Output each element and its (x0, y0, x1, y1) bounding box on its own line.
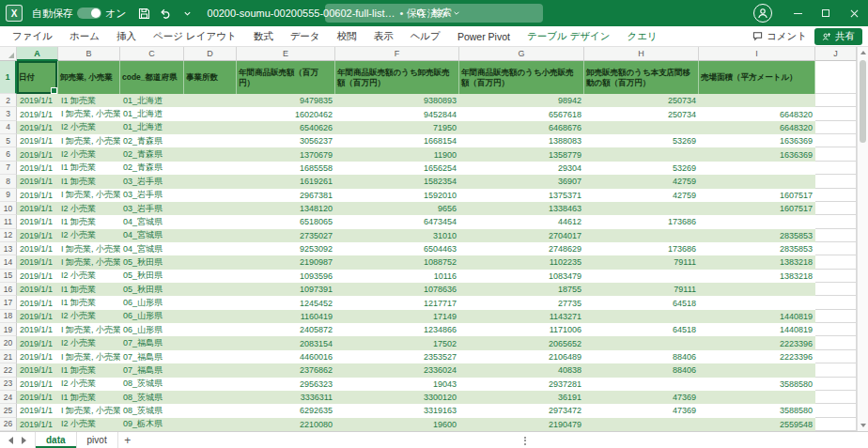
cell-h22[interactable]: 88406 (584, 363, 699, 377)
cell-b5[interactable]: I 卸売業, 小売業 (58, 134, 120, 147)
cell-i12[interactable]: 2835853 (699, 229, 815, 242)
cell-f15[interactable]: 10116 (335, 270, 459, 283)
cell-h26[interactable] (584, 418, 699, 431)
cell-a23[interactable]: 2019/1/1 (17, 378, 58, 391)
cell-c5[interactable]: 02_青森県 (120, 134, 184, 147)
cell-g11[interactable]: 44612 (459, 215, 584, 228)
sheet-tab-data[interactable]: data (35, 432, 77, 448)
ribbon-tab-11[interactable]: クエリ (619, 26, 666, 46)
save-icon[interactable] (138, 7, 151, 20)
column-header-g[interactable]: G (459, 47, 584, 61)
prev-sheet-arrow-icon[interactable] (8, 437, 13, 444)
cell-f8[interactable]: 1582354 (335, 175, 459, 188)
cell-e22[interactable]: 2376862 (237, 363, 335, 377)
add-sheet-button[interactable]: + (118, 432, 137, 448)
cell-j22[interactable] (815, 363, 857, 377)
cell-i26[interactable]: 2559548 (699, 418, 815, 431)
cell-a2[interactable]: 2019/1/1 (17, 94, 58, 107)
autosave-toggle[interactable]: 自動保存 オン (32, 7, 127, 21)
cell-f2[interactable]: 9380893 (335, 94, 459, 107)
cell-f14[interactable]: 1088752 (335, 255, 459, 269)
cell-f19[interactable]: 1234866 (335, 323, 459, 336)
cell-g16[interactable]: 18755 (459, 283, 584, 296)
cell-g22[interactable]: 40838 (459, 363, 584, 377)
cell-e8[interactable]: 1619261 (237, 175, 335, 188)
cell-i16[interactable] (699, 283, 815, 296)
ribbon-tab-3[interactable]: ページ レイアウト (145, 26, 245, 46)
undo-icon[interactable] (160, 7, 173, 20)
cell-g5[interactable]: 1388083 (459, 134, 584, 147)
cell-c8[interactable]: 03_岩手県 (120, 175, 184, 188)
cell-j10[interactable] (815, 202, 857, 215)
comments-button[interactable]: コメント (752, 30, 807, 43)
cell-e3[interactable]: 16020462 (237, 107, 335, 120)
cell-d8[interactable] (184, 175, 237, 188)
cell-a13[interactable]: 2019/1/1 (17, 242, 58, 255)
cell-f11[interactable]: 6473454 (335, 215, 459, 228)
row-header-9[interactable]: 9 (0, 189, 17, 202)
cell-j15[interactable] (815, 270, 857, 283)
cell-d16[interactable] (184, 283, 237, 296)
cell-e4[interactable]: 6540626 (237, 121, 335, 134)
ribbon-tab-9[interactable]: Power Pivot (449, 26, 519, 46)
cell-b3[interactable]: I 卸売業, 小売業 (58, 107, 120, 120)
cell-a25[interactable]: 2019/1/1 (17, 404, 58, 417)
select-all-corner[interactable] (0, 47, 17, 61)
cell-b19[interactable]: I 卸売業, 小売業 (58, 323, 120, 336)
cell-a18[interactable]: 2019/1/1 (17, 310, 58, 323)
cell-b21[interactable]: I 卸売業, 小売業 (58, 350, 120, 363)
cell-b18[interactable]: I2 小売業 (58, 310, 120, 323)
row-header-13[interactable]: 13 (0, 242, 17, 255)
ribbon-tab-1[interactable]: ホーム (61, 26, 108, 46)
row-header-25[interactable]: 25 (0, 404, 17, 417)
scroll-up-arrow-icon[interactable] (858, 47, 868, 58)
cell-h23[interactable] (584, 378, 699, 391)
cell-d18[interactable] (184, 310, 237, 323)
cell-j9[interactable] (815, 189, 857, 202)
cell-b1[interactable]: 卸売業, 小売業 (58, 61, 120, 94)
cell-e2[interactable]: 9479835 (237, 94, 335, 107)
cell-e13[interactable]: 9253092 (237, 242, 335, 255)
cell-c10[interactable]: 03_岩手県 (120, 202, 184, 215)
cell-a21[interactable]: 2019/1/1 (17, 350, 58, 363)
vertical-scrollbar-thumb[interactable] (860, 60, 866, 143)
cell-c3[interactable]: 01_北海道 (120, 107, 184, 120)
cell-b2[interactable]: I1 卸売業 (58, 94, 120, 107)
row-header-26[interactable]: 26 (0, 418, 17, 431)
cell-a15[interactable]: 2019/1/1 (17, 270, 58, 283)
row-header-17[interactable]: 17 (0, 296, 17, 309)
row-header-1[interactable]: 1 (0, 61, 17, 94)
cell-b6[interactable]: I2 小売業 (58, 147, 120, 161)
cell-g10[interactable]: 1338463 (459, 202, 584, 215)
cell-d20[interactable] (184, 336, 237, 349)
excel-app-icon[interactable]: X (6, 5, 23, 22)
cell-e7[interactable]: 1685558 (237, 162, 335, 175)
cell-a11[interactable]: 2019/1/1 (17, 215, 58, 228)
cell-i21[interactable]: 2223396 (699, 350, 815, 363)
more-options-icon[interactable] (519, 432, 532, 448)
row-header-8[interactable]: 8 (0, 175, 17, 188)
cell-a20[interactable]: 2019/1/1 (17, 336, 58, 349)
cell-i1[interactable]: 売場面積（平方メートル） (699, 61, 815, 94)
cell-a14[interactable]: 2019/1/1 (17, 255, 58, 269)
cell-j21[interactable] (815, 350, 857, 363)
ribbon-tab-8[interactable]: ヘルプ (402, 26, 449, 46)
cell-c20[interactable]: 07_福島県 (120, 336, 184, 349)
cell-d23[interactable] (184, 378, 237, 391)
row-header-4[interactable]: 4 (0, 121, 17, 134)
cell-j26[interactable] (815, 418, 857, 431)
cell-a12[interactable]: 2019/1/1 (17, 229, 58, 242)
cell-a24[interactable]: 2019/1/1 (17, 391, 58, 404)
cell-h7[interactable]: 53269 (584, 162, 699, 175)
column-header-e[interactable]: E (237, 47, 335, 61)
cell-h13[interactable]: 173686 (584, 242, 699, 255)
cell-h21[interactable]: 88406 (584, 350, 699, 363)
cell-j18[interactable] (815, 310, 857, 323)
cell-i14[interactable]: 1383218 (699, 255, 815, 269)
cell-f24[interactable]: 3300120 (335, 391, 459, 404)
cell-b4[interactable]: I2 小売業 (58, 121, 120, 134)
cell-b8[interactable]: I1 卸売業 (58, 175, 120, 188)
cell-g9[interactable]: 1375371 (459, 189, 584, 202)
cell-e6[interactable]: 1370679 (237, 147, 335, 161)
ribbon-tab-4[interactable]: 数式 (245, 26, 282, 46)
